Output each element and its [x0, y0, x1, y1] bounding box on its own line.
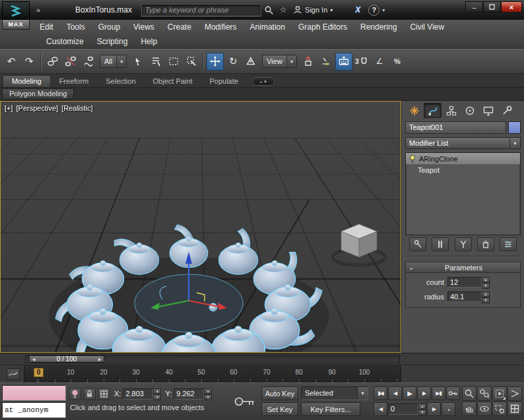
current-frame-value[interactable]: 0	[388, 404, 418, 415]
zoom-region-button[interactable]	[492, 402, 507, 416]
tab-modify[interactable]	[424, 103, 442, 118]
menu-graph-editors[interactable]: Graph Editors	[292, 20, 354, 34]
tab-create[interactable]	[405, 103, 423, 118]
select-by-name-button[interactable]	[147, 53, 164, 71]
spin-up-icon[interactable]	[482, 277, 490, 283]
ribbon-tab-populate[interactable]: Populate	[201, 76, 246, 87]
menu-edit[interactable]: Edit	[33, 20, 60, 34]
viewport-shading-menu[interactable]: [Realistic]	[61, 104, 93, 112]
select-and-link-button[interactable]	[44, 53, 61, 71]
angle-snap-toggle[interactable]	[371, 53, 388, 71]
tab-display[interactable]	[479, 103, 497, 118]
track-bar-ruler[interactable]: 0 10 20 30 40 50 60 70 80 90 100	[24, 365, 401, 383]
minimize-button[interactable]	[465, 1, 483, 13]
menu-animation[interactable]: Animation	[244, 20, 292, 34]
object-name-field[interactable]: Teapot001	[405, 121, 506, 134]
snaps-toggle-3d[interactable]: 3	[353, 53, 370, 71]
spin-down-icon[interactable]	[482, 297, 490, 303]
stack-item-teapot[interactable]: Teapot	[406, 164, 520, 175]
previous-frame-arrow-icon[interactable]	[30, 357, 38, 361]
spin-up-icon[interactable]	[482, 291, 490, 297]
quick-access-overflow-chevron[interactable]: »	[33, 6, 44, 14]
next-frame-button[interactable]	[427, 402, 441, 416]
reference-coordinate-arrow-icon[interactable]	[286, 55, 296, 67]
time-slider-handle[interactable]: 0 / 100	[29, 355, 104, 363]
maxscript-mini-listener-macro[interactable]	[2, 385, 66, 401]
object-color-swatch[interactable]	[508, 121, 521, 134]
menu-civil-view[interactable]: Civil View	[403, 20, 451, 34]
next-frame-arrow-icon[interactable]	[96, 357, 104, 361]
count-spinner[interactable]: 12	[447, 277, 490, 287]
previous-key-button[interactable]	[388, 386, 402, 400]
selection-set-dropdown[interactable]: Selected	[301, 386, 368, 400]
redo-button[interactable]	[20, 53, 38, 71]
show-end-result-button[interactable]	[432, 237, 449, 251]
sign-in-control[interactable]: Sign In	[293, 5, 333, 15]
zoom-all-button[interactable]	[477, 386, 492, 401]
maximize-button[interactable]	[483, 1, 501, 13]
use-pivot-point-center-button[interactable]	[300, 53, 317, 71]
count-value[interactable]: 12	[447, 277, 482, 287]
keyboard-shortcut-override-toggle[interactable]	[335, 53, 352, 71]
spin-up-icon[interactable]	[204, 388, 212, 394]
ribbon-tab-modeling[interactable]: Modeling	[3, 75, 51, 87]
menu-scripting[interactable]: Scripting	[90, 35, 135, 48]
go-to-start-button[interactable]	[374, 386, 387, 400]
play-button[interactable]	[403, 386, 416, 400]
viewcube[interactable]	[333, 224, 385, 265]
modifier-list-dropdown[interactable]: Modifier List	[405, 137, 521, 149]
open-mini-curve-editor-button[interactable]	[7, 369, 20, 380]
selection-filter-dropdown[interactable]: All	[100, 55, 127, 68]
absolute-offset-mode-toggle[interactable]	[98, 388, 110, 400]
key-mode-toggle[interactable]: g	[446, 386, 460, 400]
x-coordinate-value[interactable]: 2.803	[123, 388, 153, 400]
favorites-star-icon[interactable]	[276, 3, 290, 16]
previous-frame-button[interactable]	[374, 402, 387, 416]
remove-modifier-button[interactable]	[477, 237, 494, 251]
ribbon-minimize-dropdown[interactable]	[252, 77, 275, 86]
spin-down-icon[interactable]	[418, 409, 426, 415]
select-and-move-button[interactable]	[207, 53, 224, 71]
make-unique-button[interactable]	[455, 237, 472, 251]
current-frame-spinner[interactable]: 0	[388, 404, 426, 415]
ribbon-tab-object-paint[interactable]: Object Paint	[145, 76, 201, 87]
next-key-button[interactable]	[417, 386, 431, 400]
go-to-end-button[interactable]	[432, 386, 445, 400]
spin-up-icon[interactable]	[153, 388, 161, 394]
exchange-apps-icon[interactable]: X	[351, 4, 364, 16]
current-frame-marker[interactable]: 0	[34, 368, 44, 377]
spin-down-icon[interactable]	[482, 283, 490, 289]
stack-item-aringclone[interactable]: ARingClone	[406, 153, 520, 164]
teapot[interactable]	[218, 227, 257, 275]
spin-down-icon[interactable]	[204, 394, 212, 400]
window-crossing-toggle[interactable]	[183, 53, 200, 71]
key-steps-toggle[interactable]	[442, 402, 455, 416]
spin-down-icon[interactable]	[153, 394, 161, 400]
infocenter-search-input[interactable]	[141, 4, 261, 16]
x-coordinate-spinner[interactable]: 2.803	[123, 388, 161, 400]
menu-create[interactable]: Create	[161, 20, 198, 34]
time-slider-track[interactable]: 0 / 100	[25, 355, 400, 363]
select-object-button[interactable]	[129, 53, 147, 71]
rectangular-selection-region-button[interactable]	[165, 53, 182, 71]
perspective-viewport[interactable]: z x y [+] [Perspective] [Realistic]	[0, 101, 401, 353]
ribbon-tab-selection[interactable]: Selection	[97, 76, 144, 87]
menu-tools[interactable]: Tools	[60, 20, 92, 34]
select-and-rotate-button[interactable]	[224, 53, 242, 71]
zoom-button[interactable]	[462, 386, 476, 401]
lightbulb-icon[interactable]	[409, 154, 416, 163]
selection-filter-arrow-icon[interactable]	[116, 55, 126, 67]
pin-stack-button[interactable]	[409, 237, 426, 251]
unlink-selection-button[interactable]	[62, 53, 79, 71]
orbit-button[interactable]	[477, 402, 492, 416]
menu-modifiers[interactable]: Modifiers	[198, 20, 244, 34]
pan-button[interactable]	[462, 402, 476, 416]
select-and-manipulate-button[interactable]	[317, 53, 335, 71]
modifier-list-arrow-icon[interactable]	[509, 138, 520, 148]
selection-lock-toggle[interactable]	[83, 388, 96, 400]
selection-set-arrow-icon[interactable]	[357, 387, 368, 400]
tab-hierarchy[interactable]	[442, 103, 460, 118]
menu-group[interactable]: Group	[92, 20, 127, 34]
key-filters-button[interactable]: Key Filters...	[301, 402, 360, 416]
menu-customize[interactable]: Customize	[40, 35, 90, 48]
